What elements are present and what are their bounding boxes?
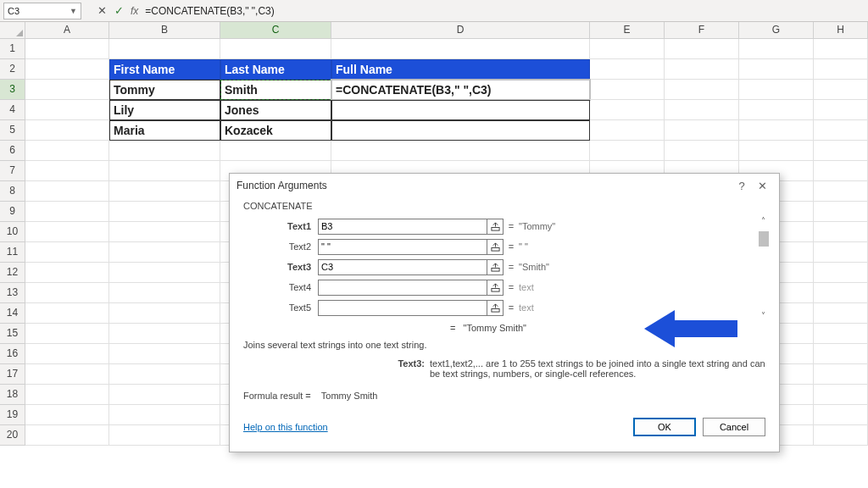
row-header-18[interactable]: 18 [0,385,25,405]
select-all-corner[interactable] [0,22,25,39]
cancel-button[interactable]: Cancel [703,418,765,436]
cell[interactable] [331,141,590,161]
cell-G5[interactable] [739,120,814,141]
row-header-10[interactable]: 10 [0,222,25,242]
cell-C3[interactable]: Smith [220,80,331,100]
cell-E2[interactable] [590,59,665,80]
cell-H2[interactable] [814,59,868,80]
cell-B1[interactable] [109,39,220,59]
cell-G4[interactable] [739,100,814,120]
row-header-3[interactable]: 3 [0,80,25,100]
cell[interactable] [25,161,109,181]
cell[interactable] [25,385,109,405]
cell-D2[interactable]: Full Name [331,59,590,80]
confirm-formula-icon[interactable]: ✓ [110,3,127,19]
cell[interactable] [109,425,220,446]
cell-E3[interactable] [590,80,665,100]
cell-H4[interactable] [814,100,868,120]
cell-G3[interactable] [739,80,814,100]
cell[interactable] [25,141,109,161]
arg-input-text3[interactable] [318,259,487,275]
cell-G1[interactable] [739,39,814,59]
dialog-titlebar[interactable]: Function Arguments ? ✕ [230,174,779,197]
cell-F3[interactable] [665,80,739,100]
scroll-down-icon[interactable]: ˅ [757,311,769,323]
cell-C5[interactable]: Kozacek [220,120,331,141]
row-header-16[interactable]: 16 [0,344,25,364]
range-picker-icon[interactable] [487,300,504,316]
cell-B3[interactable]: Tommy [109,80,220,100]
cell-D5[interactable] [331,120,590,141]
cell[interactable] [814,263,868,283]
row-header-7[interactable]: 7 [0,161,25,181]
cell[interactable] [814,283,868,303]
row-header-13[interactable]: 13 [0,283,25,303]
arg-input-text4[interactable] [318,280,487,296]
col-header-F[interactable]: F [665,22,739,39]
cell[interactable] [814,242,868,263]
cell[interactable] [814,385,868,405]
cell[interactable] [109,405,220,425]
cell-A4[interactable] [25,100,109,120]
help-link[interactable]: Help on this function [243,422,328,432]
cell[interactable] [25,364,109,385]
cell[interactable] [814,202,868,222]
cell[interactable] [25,425,109,446]
cell-E1[interactable] [590,39,665,59]
cell[interactable] [109,385,220,405]
row-header-19[interactable]: 19 [0,405,25,425]
cell[interactable] [25,324,109,344]
cell[interactable] [109,263,220,283]
cell[interactable] [814,303,868,324]
ok-button[interactable]: OK [633,418,696,436]
cell[interactable] [590,141,665,161]
range-picker-icon[interactable] [487,219,504,235]
row-header-20[interactable]: 20 [0,425,25,446]
cell[interactable] [109,161,220,181]
row-header-2[interactable]: 2 [0,59,25,80]
cell-A2[interactable] [25,59,109,80]
row-header-17[interactable]: 17 [0,364,25,385]
col-header-E[interactable]: E [590,22,665,39]
cell[interactable] [25,202,109,222]
cell[interactable] [25,222,109,242]
cell[interactable] [739,141,814,161]
cell[interactable] [814,181,868,202]
cell[interactable] [814,324,868,344]
cell[interactable] [109,141,220,161]
formula-input[interactable] [142,3,868,19]
chevron-down-icon[interactable]: ▼ [70,7,77,15]
range-picker-icon[interactable] [487,259,504,275]
row-header-6[interactable]: 6 [0,141,25,161]
cell[interactable] [25,344,109,364]
cell-D4[interactable] [331,100,590,120]
row-header-8[interactable]: 8 [0,181,25,202]
cell[interactable] [109,202,220,222]
col-header-H[interactable]: H [814,22,868,39]
cell[interactable] [109,324,220,344]
cell-A5[interactable] [25,120,109,141]
arg-input-text5[interactable] [318,300,487,316]
cell[interactable] [814,364,868,385]
cell[interactable] [109,364,220,385]
name-box[interactable]: C3 ▼ [3,3,81,19]
row-header-14[interactable]: 14 [0,303,25,324]
cell[interactable] [220,141,331,161]
cell[interactable] [814,405,868,425]
cell-G2[interactable] [739,59,814,80]
cell[interactable] [25,283,109,303]
cell-D3[interactable]: =CONCATENATE(B3," ",C3) [331,80,590,100]
dialog-help-icon[interactable]: ? [732,180,752,192]
row-header-5[interactable]: 5 [0,120,25,141]
row-header-1[interactable]: 1 [0,39,25,59]
cell-C4[interactable]: Jones [220,100,331,120]
range-picker-icon[interactable] [487,280,504,296]
cell-B4[interactable]: Lily [109,100,220,120]
row-header-9[interactable]: 9 [0,202,25,222]
cell[interactable] [814,425,868,446]
cell-H1[interactable] [814,39,868,59]
cell[interactable] [109,222,220,242]
cell[interactable] [109,344,220,364]
cell-F2[interactable] [665,59,739,80]
row-header-12[interactable]: 12 [0,263,25,283]
